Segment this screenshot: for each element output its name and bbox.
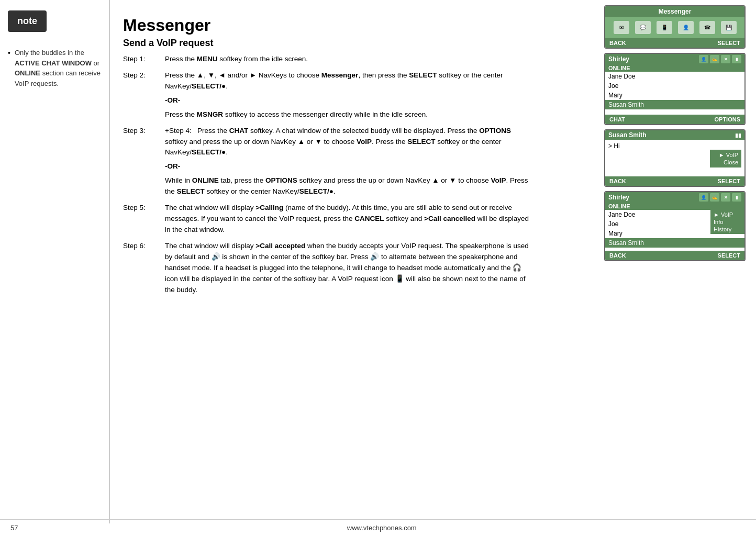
p1-icon-2: 💬 (635, 21, 651, 34)
step-1-label: Step 1: (123, 54, 165, 65)
note-badge: note (8, 10, 47, 32)
p3-chat-area: > Hi ► VoIP Close (605, 140, 744, 176)
step-2-content: Press the ▲, ▼, ◄ and/or ► NavKeys to ch… (165, 70, 531, 120)
p3-voip-voip[interactable]: ► VoIP (713, 151, 738, 159)
p4-contact-susansmith[interactable]: Susan Smith (605, 238, 744, 248)
p4-icon-edit[interactable]: ✍ (710, 193, 719, 202)
p2-icon-signal: ▮ (732, 55, 741, 63)
step-1-content: Press the MENU softkey from the idle scr… (165, 54, 531, 65)
p4-options-menu: ► VoIP Info History (710, 210, 744, 234)
p2-contact-mary[interactable]: Mary (605, 91, 744, 100)
step-6-label: Step 6: (123, 241, 165, 296)
step-6-row: Step 6: The chat window will display >Ca… (123, 241, 531, 296)
p2-icon-x[interactable]: ✕ (721, 55, 730, 63)
step-2-row: Step 2: Press the ▲, ▼, ◄ and/or ► NavKe… (123, 70, 531, 120)
phone-panel-3: Susan Smith ▮▮ > Hi ► VoIP Close BACK SE… (604, 129, 746, 187)
p1-select[interactable]: SELECT (718, 40, 740, 46)
step-3-row: Step 3: +Step 4: Press the CHAT softkey.… (123, 126, 531, 198)
p2-online-label: ONLINE (605, 64, 744, 72)
p1-title: Messenger (605, 6, 744, 17)
step-1-row: Step 1: Press the MENU softkey from the … (123, 54, 531, 65)
p1-icon-3: 📱 (657, 21, 672, 34)
p4-header: Shirley 👤 ✍ ✕ ▮ (605, 192, 744, 203)
p3-signal-icon: ▮▮ (735, 132, 741, 138)
note-text: Only the buddies in the ACTIVE CHAT WIND… (15, 48, 101, 88)
p1-footer: BACK SELECT (605, 38, 744, 48)
note-section: note • Only the buddies in the ACTIVE CH… (0, 0, 110, 523)
p2-footer: CHAT OPTIONS (605, 115, 744, 124)
p4-history-item[interactable]: History (714, 226, 741, 233)
p3-footer: BACK SELECT (605, 176, 744, 186)
p3-select-btn[interactable]: SELECT (718, 178, 740, 184)
phone-panel-1: Messenger ✉ 💬 📱 👤 ☎ 💾 BACK SELECT (604, 5, 746, 49)
bottom-bar: 57 www.vtechphones.com (0, 519, 756, 536)
p4-icon-people[interactable]: 👤 (699, 193, 708, 202)
p1-icon-row: ✉ 💬 📱 👤 ☎ 💾 (605, 17, 744, 38)
step-5-label: Step 5: (123, 203, 165, 236)
step-6-content: The chat window will display >Call accep… (165, 241, 531, 296)
p2-options-btn[interactable]: OPTIONS (714, 116, 740, 122)
p4-online-label: ONLINE (605, 203, 744, 210)
step-3-label: Step 3: (123, 126, 165, 198)
p4-select-btn[interactable]: SELECT (718, 252, 740, 259)
bullet-dot: • (8, 49, 10, 57)
p3-name: Susan Smith (608, 131, 647, 139)
step-3-content: +Step 4: Press the CHAT softkey. A chat … (165, 126, 531, 198)
p2-icon-people[interactable]: 👤 (699, 55, 708, 63)
p2-contact-susansmith[interactable]: Susan Smith (605, 100, 744, 109)
section-subtitle: Send a VoIP request (123, 38, 531, 49)
p4-icon-signal: ▮ (732, 193, 741, 202)
p2-contact-joe[interactable]: Joe (605, 81, 744, 91)
p3-message: > Hi (608, 142, 741, 150)
p4-voip-item[interactable]: ► VoIP (714, 211, 741, 218)
page-number: 57 (10, 524, 18, 532)
p4-info-item[interactable]: Info (714, 218, 741, 226)
p2-contact-janedoe[interactable]: Jane Doe (605, 72, 744, 81)
step-2-label: Step 2: (123, 70, 165, 120)
p3-header: Susan Smith ▮▮ (605, 130, 744, 140)
p2-icon-edit[interactable]: ✍ (710, 55, 719, 63)
page-title: Messenger (123, 16, 531, 35)
p3-voip-menu: ► VoIP Close (710, 150, 741, 168)
website: www.vtechphones.com (347, 524, 417, 532)
p4-name: Shirley (608, 194, 629, 201)
p2-name: Shirley (608, 55, 629, 63)
p3-voip-close[interactable]: Close (713, 159, 738, 166)
p2-header-icons: 👤 ✍ ✕ ▮ (699, 55, 741, 63)
p1-icon-6: 💾 (721, 21, 737, 34)
p2-header: Shirley 👤 ✍ ✕ ▮ (605, 54, 744, 64)
step-5-row: Step 5: The chat window will display >Ca… (123, 203, 531, 236)
phone-panel-2: Shirley 👤 ✍ ✕ ▮ ONLINE Jane Doe Joe Mary… (604, 53, 746, 125)
p3-back-btn[interactable]: BACK (609, 178, 626, 184)
p4-back-btn[interactable]: BACK (609, 252, 626, 259)
p4-footer: BACK SELECT (605, 251, 744, 260)
main-content: Messenger Send a VoIP request Step 1: Pr… (113, 10, 542, 306)
p4-icon-x[interactable]: ✕ (721, 193, 730, 202)
p1-icon-4: 👤 (678, 21, 694, 34)
phone-panels: Messenger ✉ 💬 📱 👤 ☎ 💾 BACK SELECT Shirle… (604, 5, 746, 265)
p1-icon-5: ☎ (699, 21, 715, 34)
p1-icon-1: ✉ (614, 21, 629, 34)
p4-header-icons: 👤 ✍ ✕ ▮ (699, 193, 741, 202)
p1-back[interactable]: BACK (609, 40, 626, 46)
step-5-content: The chat window will display >Calling (n… (165, 203, 531, 236)
phone-panel-4: Shirley 👤 ✍ ✕ ▮ ONLINE Jane Doe Joe Mary… (604, 191, 746, 261)
p2-chat-btn[interactable]: CHAT (609, 116, 625, 122)
p4-options-area: Jane Doe Joe Mary Susan Smith ► VoIP Inf… (605, 210, 744, 248)
